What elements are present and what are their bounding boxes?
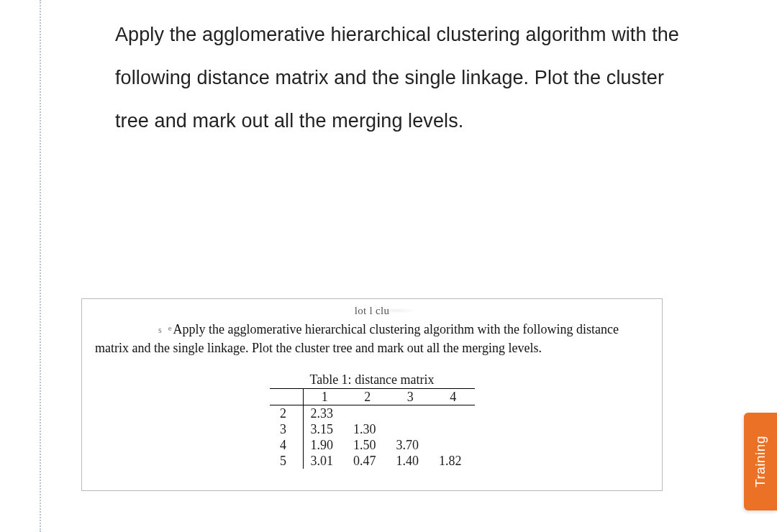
col-header-blank (270, 389, 304, 405)
excerpt-body-text: Apply the agglomerative hierarchical clu… (95, 322, 619, 355)
artifact-e: e (168, 324, 172, 332)
excerpt-body: s eApply the agglomerative hierarchical … (95, 321, 649, 357)
row-label: 3 (270, 421, 304, 437)
training-tab[interactable]: Training (744, 413, 777, 510)
table-header-row: 1 2 3 4 (270, 389, 475, 405)
cell (389, 405, 432, 422)
distance-table: Table 1: distance matrix 1 2 3 4 2 2.33 (270, 372, 475, 469)
col-header-4: 4 (432, 389, 475, 405)
table-caption: Table 1: distance matrix (270, 372, 475, 389)
cell (432, 405, 475, 422)
cell: 0.47 (346, 453, 389, 469)
page: Apply the agglomerative hierarchical clu… (0, 0, 777, 532)
table-row: 5 3.01 0.47 1.40 1.82 (270, 453, 475, 469)
artifact-s: s (158, 325, 162, 335)
col-header-3: 3 (389, 389, 432, 405)
question-text: Apply the agglomerative hierarchical clu… (115, 13, 683, 142)
row-label: 2 (270, 405, 304, 422)
cell (432, 437, 475, 453)
cell: 3.70 (389, 437, 432, 453)
distance-table-block: Table 1: distance matrix 1 2 3 4 2 2.33 (95, 372, 649, 469)
col-header-1: 1 (303, 389, 346, 405)
cell (432, 421, 475, 437)
cell (346, 405, 389, 422)
table-row: 2 2.33 (270, 405, 475, 422)
cell (389, 421, 432, 437)
cell: 1.30 (346, 421, 389, 437)
cell: 2.33 (303, 405, 346, 422)
row-label: 4 (270, 437, 304, 453)
scanned-excerpt: lot l clu s eApply the agglomerative hie… (81, 298, 663, 491)
col-header-2: 2 (346, 389, 389, 405)
cell: 3.01 (303, 453, 346, 469)
table-row: 3 3.15 1.30 (270, 421, 475, 437)
cell: 3.15 (303, 421, 346, 437)
cell: 1.90 (303, 437, 346, 453)
cell: 1.40 (389, 453, 432, 469)
cell: 1.82 (432, 453, 475, 469)
margin-guide (40, 0, 41, 532)
table-row: 4 1.90 1.50 3.70 (270, 437, 475, 453)
training-tab-label: Training (753, 436, 768, 487)
cell: 1.50 (346, 437, 389, 453)
faint-header-text: lot l clu (82, 305, 662, 317)
row-label: 5 (270, 453, 304, 469)
